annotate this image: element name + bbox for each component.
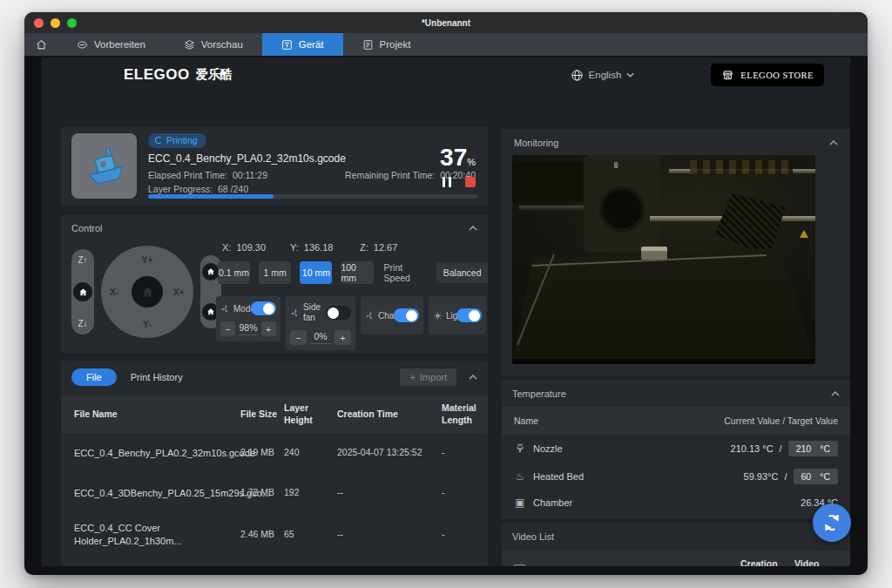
lighting-toggle[interactable] <box>456 308 482 322</box>
tab-label: Projekt <box>380 39 411 50</box>
elegoo-logo: ELEGOO <box>124 66 190 84</box>
print-progress-bar <box>148 194 477 199</box>
z-down-button[interactable]: Z↓ <box>78 319 87 328</box>
minimize-window-button[interactable] <box>51 18 60 28</box>
step-size-buttons: 0.1 mm 1 mm 10 mm 100 mm Print Speed Bal… <box>218 261 488 284</box>
store-icon <box>721 69 734 81</box>
import-button[interactable]: + Import <box>400 368 456 386</box>
collapse-temperature-icon[interactable] <box>831 391 840 396</box>
x-plus-button[interactable]: X+ <box>173 287 185 297</box>
x-minus-button[interactable]: X- <box>110 287 119 297</box>
print-speed-select[interactable]: Balanced <box>436 262 488 283</box>
home-button[interactable] <box>24 33 57 56</box>
home-icon <box>141 286 154 299</box>
print-percent: 37% <box>440 145 476 170</box>
home-xy-button[interactable] <box>132 276 163 308</box>
minus-button[interactable]: − <box>290 330 307 345</box>
z-up-button[interactable]: Z↑ <box>78 255 87 265</box>
plus-icon: + <box>409 372 415 382</box>
elegoo-logo-cn: 爱乐酷 <box>196 67 233 83</box>
chamber-temp-row: ▣ Chamber 26.34 °C <box>502 490 850 515</box>
tab-vorbereiten[interactable]: Vorbereiten <box>57 33 165 56</box>
layer-progress: Layer Progress: 68 /240 <box>148 184 477 194</box>
side-fan-box: Side fan − 0% + <box>286 296 355 350</box>
file-row[interactable]: ECC_0.4_CC Cover Holder_PLA0.2_1h30m... … <box>61 513 488 556</box>
y-plus-button[interactable]: Y+ <box>141 254 152 265</box>
printing-file-name: ECC_0.4_Benchy_PLA0.2_32m10s.gcode <box>148 152 477 165</box>
home-all-button[interactable] <box>202 263 220 280</box>
language-selector[interactable]: English <box>571 69 635 82</box>
z-coordinate: Z:12.67 <box>360 242 428 253</box>
video-table-header: Select All File Name File Size Creation … <box>502 551 850 566</box>
minus-button[interactable]: − <box>220 321 235 336</box>
chamber-fan-toggle[interactable] <box>394 308 419 322</box>
close-window-button[interactable] <box>34 18 44 28</box>
stop-print-button[interactable] <box>465 177 476 187</box>
home-icon <box>206 308 215 316</box>
window-title: *Unbenannt <box>24 18 868 28</box>
temperature-title: Temperature <box>512 389 566 399</box>
chamber-icon: ▣ <box>514 497 526 509</box>
fan-icon <box>365 311 375 321</box>
nozzle-icon <box>514 443 526 454</box>
chevron-down-icon <box>626 72 634 78</box>
plus-button[interactable]: + <box>261 321 276 336</box>
printing-status-label: Printing <box>166 135 198 145</box>
side-fan-toggle[interactable] <box>326 306 351 320</box>
chamber-fan-box: Chamber <box>361 296 423 335</box>
refresh-button[interactable] <box>813 504 851 542</box>
main-tabbar: Vorbereiten Vorschau Gerät Projekt <box>24 33 868 56</box>
control-card: Control Z↑ Z↓ Y+ X- <box>61 214 488 354</box>
layers-icon <box>184 39 195 51</box>
collapse-control-icon[interactable] <box>469 226 477 231</box>
tab-file[interactable]: File <box>71 368 117 386</box>
step-100mm-button[interactable]: 100 mm <box>341 261 373 284</box>
file-row[interactable]: ECC_0.4_Benchy_PLA0.2_32m10s.gcode 2.19 … <box>61 433 488 473</box>
file-row[interactable]: ECC_0.4_3DBenchy_PLA0.25_15m29s.gco... 1… <box>61 473 488 513</box>
tab-geraet[interactable]: Gerät <box>262 33 343 56</box>
prepare-icon <box>77 39 88 51</box>
language-label: English <box>589 70 622 80</box>
printing-status-badge: Printing <box>148 133 206 148</box>
model-fan-toggle[interactable] <box>251 301 276 315</box>
app-window: *Unbenannt Vorbereiten Vorschau Gerät Pr… <box>24 12 868 575</box>
plus-button[interactable]: + <box>334 330 351 345</box>
axis-coordinates: X:109.30 Y:136.18 Z:12.67 <box>222 242 428 253</box>
collapse-monitoring-icon[interactable] <box>829 140 838 145</box>
tab-print-history[interactable]: Print History <box>122 368 192 386</box>
xy-jog-dial[interactable]: Y+ X- X+ Y- <box>101 246 193 338</box>
jog-controls: Z↑ Z↓ Y+ X- X+ Y- <box>71 246 221 338</box>
collapse-files-icon[interactable] <box>469 375 477 380</box>
step-1mm-button[interactable]: 1 mm <box>259 261 291 284</box>
home-icon <box>206 267 215 276</box>
file-row[interactable]: ECC_0.4_CC MINI_PLA0.2_2h0m.gcode 3.37 M… <box>61 556 488 566</box>
heated-bed-target-input[interactable]: 60°C <box>794 469 838 484</box>
print-status-card: Printing ECC_0.4_Benchy_PLA0.2_32m10s.gc… <box>61 126 488 206</box>
nozzle-current: 210.13 °C <box>731 443 774 454</box>
step-0-1mm-button[interactable]: 0.1 mm <box>218 261 250 284</box>
pause-print-button[interactable] <box>443 177 451 187</box>
y-minus-button[interactable]: Y- <box>143 319 152 329</box>
store-label: ELEGOO STORE <box>740 71 814 80</box>
zoom-window-button[interactable] <box>67 18 77 28</box>
nozzle-temp-row: Nozzle 210.13 °C / 210°C <box>502 435 850 463</box>
tab-projekt[interactable]: Projekt <box>343 33 430 56</box>
lighting-box: Lighting <box>429 296 486 335</box>
fan-icon <box>290 308 300 318</box>
elegoo-store-button[interactable]: ELEGOO STORE <box>711 64 824 86</box>
warning-sticker <box>800 230 808 238</box>
select-all-checkbox[interactable] <box>514 564 525 566</box>
tab-label: Gerät <box>299 39 324 50</box>
device-panel: ELEGOO 爱乐酷 English ELEGOO STORE <box>42 57 850 566</box>
project-icon <box>362 39 374 51</box>
side-fan-label: Side fan <box>303 302 328 323</box>
side-fan-stepper: − 0% + <box>290 330 351 345</box>
traffic-lights <box>34 18 77 28</box>
model-thumbnail <box>71 133 137 199</box>
home-z-button[interactable] <box>73 282 92 301</box>
fan-icon <box>220 304 230 314</box>
step-10mm-button[interactable]: 10 mm <box>300 261 332 284</box>
tab-vorschau[interactable]: Vorschau <box>165 33 262 56</box>
globe-icon <box>571 69 584 82</box>
nozzle-target-input[interactable]: 210°C <box>788 441 838 456</box>
